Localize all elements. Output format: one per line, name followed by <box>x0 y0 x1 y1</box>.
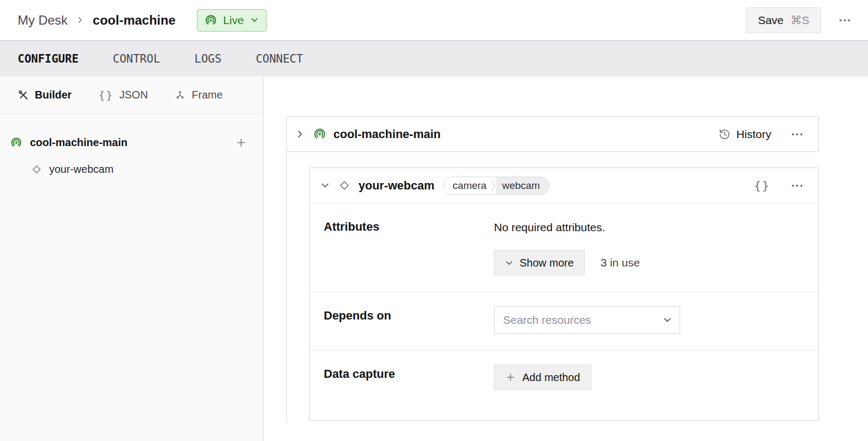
breadcrumb: My Desk cool-machine Live <box>18 9 267 32</box>
more-menu-icon[interactable]: ••• <box>791 182 804 189</box>
tree-item-label: cool-machine-main <box>30 136 235 149</box>
mode-frame-label: Frame <box>192 89 223 101</box>
chevron-down-icon <box>250 16 258 24</box>
mode-json-label: JSON <box>119 89 148 101</box>
collapse-chevron-down-icon[interactable] <box>321 181 330 190</box>
view-mode-switcher: Builder {} JSON Frame <box>0 77 263 114</box>
show-more-button[interactable]: Show more <box>494 250 585 276</box>
depends-on-placeholder: Search resources <box>503 314 591 326</box>
show-more-label: Show more <box>520 257 574 269</box>
more-menu-icon[interactable]: ••• <box>839 17 852 24</box>
mode-builder[interactable]: Builder <box>18 89 72 101</box>
tree-connector-line <box>286 152 287 423</box>
more-menu-icon[interactable]: ••• <box>791 131 804 138</box>
depends-on-select[interactable]: Search resources <box>494 306 680 334</box>
diamond-icon <box>31 163 43 176</box>
tools-icon <box>18 89 29 101</box>
machine-part-card: cool-machine-main History ••• <box>286 116 819 152</box>
attributes-empty-text: No required attributes. <box>494 217 804 234</box>
machine-part-title: cool-machine-main <box>333 127 440 141</box>
section-depends-on: Depends on Search resources <box>310 292 818 350</box>
mode-json[interactable]: {} JSON <box>98 89 148 102</box>
save-label: Save <box>758 14 783 27</box>
section-attributes: Attributes No required attributes. Show … <box>310 203 818 292</box>
tree-item-label: your-webcam <box>49 163 113 176</box>
edit-json-icon[interactable]: {} <box>754 179 771 192</box>
badge-model: webcam <box>496 177 549 194</box>
data-capture-label: Data capture <box>324 364 494 390</box>
tree-item-machine-part[interactable]: cool-machine-main <box>0 129 263 156</box>
badge-divider-chevron-icon <box>491 177 496 194</box>
chevron-right-icon <box>76 16 84 24</box>
breadcrumb-current: cool-machine <box>93 13 176 28</box>
badge-type: camera <box>444 177 491 194</box>
broadcast-icon <box>205 14 217 26</box>
broadcast-icon <box>11 137 22 148</box>
component-card-webcam: your-webcam camera webcam {} ••• Attribu… <box>309 168 819 421</box>
resource-tree: cool-machine-main your-webcam <box>0 114 263 183</box>
section-data-capture: Data capture Add method <box>310 350 818 420</box>
add-method-button[interactable]: Add method <box>494 364 591 390</box>
live-label: Live <box>223 14 244 27</box>
tab-control[interactable]: CONTROL <box>113 52 161 65</box>
attributes-in-use-count: 3 in use <box>600 256 640 269</box>
history-button[interactable]: History <box>718 128 771 141</box>
tree-item-component-webcam[interactable]: your-webcam <box>0 156 263 183</box>
depends-on-label: Depends on <box>324 306 494 334</box>
broadcast-icon <box>314 128 326 140</box>
add-resource-icon[interactable] <box>235 136 247 149</box>
frame-axes-icon <box>174 89 186 101</box>
machine-tab-bar: CONFIGURE CONTROL LOGS CONNECT <box>0 40 868 77</box>
add-method-label: Add method <box>522 371 580 384</box>
save-shortcut: ⌘S <box>790 14 809 27</box>
chevron-down-icon <box>663 316 672 324</box>
top-bar: My Desk cool-machine Live Save ⌘S ••• <box>0 0 868 40</box>
mode-builder-label: Builder <box>35 89 72 101</box>
live-status-badge[interactable]: Live <box>197 9 267 32</box>
diamond-icon <box>338 179 351 192</box>
component-title: your-webcam <box>359 179 435 193</box>
attributes-label: Attributes <box>324 217 494 276</box>
config-main-area: cool-machine-main History ••• <box>264 77 868 441</box>
plus-icon <box>505 372 516 383</box>
mode-frame[interactable]: Frame <box>174 89 223 101</box>
component-type-badge: camera webcam <box>443 177 550 195</box>
tab-configure[interactable]: CONFIGURE <box>18 52 79 65</box>
history-label: History <box>736 128 771 141</box>
chevron-down-icon <box>505 259 513 267</box>
tab-connect[interactable]: CONNECT <box>256 52 303 65</box>
history-clock-icon <box>718 128 731 141</box>
braces-icon: {} <box>98 89 113 102</box>
expand-chevron-right-icon[interactable] <box>295 130 304 139</box>
breadcrumb-parent[interactable]: My Desk <box>18 13 67 28</box>
save-button[interactable]: Save ⌘S <box>746 7 821 33</box>
config-sidebar: Builder {} JSON Frame <box>0 77 264 441</box>
tab-logs[interactable]: LOGS <box>194 52 222 65</box>
